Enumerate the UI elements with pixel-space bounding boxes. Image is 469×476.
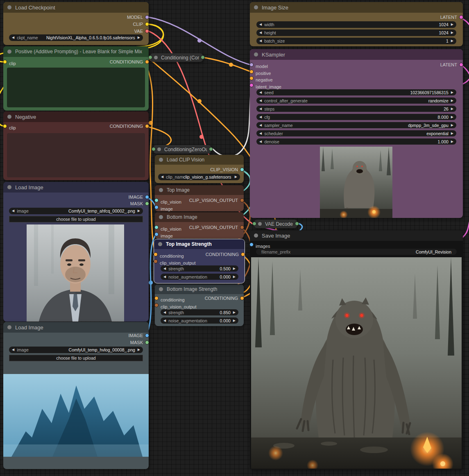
node-save-image[interactable]: Save Image images filename_prefix ComfyU… xyxy=(250,230,463,470)
latent-port-dot[interactable] xyxy=(459,63,463,67)
node-title-bar[interactable]: Bottom Image Strength xyxy=(155,284,244,294)
cfg-widget[interactable]: ◀ cfg 8.000 ▶ xyxy=(256,114,456,120)
node-load-checkpoint[interactable]: Load Checkpoint MODEL CLIP VAE ◀ ckpt_na… xyxy=(3,2,149,45)
collapse-toggle-icon[interactable] xyxy=(7,185,11,189)
node-load-clip-vision[interactable]: Load CLIP Vision CLIP_VISION ◀ clip_nam … xyxy=(155,155,244,183)
node-title-bar[interactable]: Load Image xyxy=(3,322,149,333)
conditioning-port-dot[interactable] xyxy=(145,124,149,128)
increment-arrow-icon[interactable]: ▶ xyxy=(233,309,236,315)
prompt-textarea[interactable] xyxy=(7,68,145,107)
node-title-bar[interactable]: Top Image Strength xyxy=(154,239,245,249)
strength-widget[interactable]: ◀ strength 0.500 ▶ xyxy=(161,265,238,272)
collapsed-input-dot[interactable] xyxy=(152,147,156,151)
increment-arrow-icon[interactable]: ▶ xyxy=(451,21,453,28)
prompt-textarea[interactable] xyxy=(7,133,145,177)
node-title-bar[interactable]: Top Image xyxy=(155,185,244,195)
collapse-toggle-icon[interactable] xyxy=(154,56,158,59)
collapse-toggle-icon[interactable] xyxy=(7,115,11,119)
clip-port-dot[interactable] xyxy=(3,124,7,128)
node-positive-prompt[interactable]: Positive (Additive Prompting) - Leave Bl… xyxy=(3,46,149,111)
increment-arrow-icon[interactable]: ▶ xyxy=(451,114,453,120)
image-port-dot[interactable] xyxy=(154,205,159,209)
latent-port-dot[interactable] xyxy=(459,15,463,19)
decrement-arrow-icon[interactable]: ◀ xyxy=(259,106,262,112)
conditioning-port-dot[interactable] xyxy=(249,70,254,74)
strength-widget[interactable]: ◀ strength 0.850 ▶ xyxy=(161,309,238,315)
decrement-arrow-icon[interactable]: ◀ xyxy=(259,29,262,36)
scheduler-widget[interactable]: ◀ scheduler exponential ▶ xyxy=(256,130,456,136)
decrement-arrow-icon[interactable]: ◀ xyxy=(259,89,262,95)
increment-arrow-icon[interactable]: ▶ xyxy=(451,106,453,112)
node-title-bar[interactable]: Save Image xyxy=(250,230,463,241)
image-select-widget[interactable]: ◀ image ComfyUI_temp_hvlog_00008_.png ▶ xyxy=(9,347,143,353)
decrement-arrow-icon[interactable]: ◀ xyxy=(259,38,262,44)
node-title-bar[interactable]: Negative xyxy=(3,111,149,122)
image-port-dot[interactable] xyxy=(249,243,254,247)
collapse-toggle-icon[interactable] xyxy=(254,52,258,57)
image-port-dot[interactable] xyxy=(145,195,149,199)
clip-vision-port-dot[interactable] xyxy=(240,168,244,172)
collapsed-output-dot[interactable] xyxy=(295,222,299,226)
decrement-arrow-icon[interactable]: ◀ xyxy=(259,114,262,120)
increment-arrow-icon[interactable]: ▶ xyxy=(451,89,453,95)
decrement-arrow-icon[interactable]: ◀ xyxy=(259,122,262,128)
node-title-bar[interactable]: Load Checkpoint xyxy=(3,2,149,13)
decrement-arrow-icon[interactable]: ◀ xyxy=(259,21,262,28)
steps-widget[interactable]: ◀ steps 26 ▶ xyxy=(256,106,456,112)
increment-arrow-icon[interactable]: ▶ xyxy=(138,347,140,353)
node-graph-canvas[interactable]: Load Checkpoint MODEL CLIP VAE ◀ ckpt_na… xyxy=(0,0,469,476)
node-title-bar[interactable]: Positive (Additive Prompting) - Leave Bl… xyxy=(3,46,149,57)
conditioning-port-dot[interactable] xyxy=(249,76,254,80)
collapsed-output-dot[interactable] xyxy=(201,55,205,59)
clip-vision-port-dot[interactable] xyxy=(154,198,159,202)
vae-port-dot[interactable] xyxy=(145,29,149,33)
clip-vision-output-port-dot[interactable] xyxy=(154,303,159,307)
conditioning-port-dot[interactable] xyxy=(145,60,149,64)
node-conditioning-combine[interactable]: Conditioning (Combin xyxy=(150,53,203,62)
clip-vision-output-port-dot[interactable] xyxy=(154,259,158,263)
seed-widget[interactable]: ◀ seed 1023660971586315 ▶ xyxy=(256,89,456,95)
increment-arrow-icon[interactable]: ▶ xyxy=(138,208,140,214)
decrement-arrow-icon[interactable]: ◀ xyxy=(163,309,166,315)
mask-port-dot[interactable] xyxy=(145,202,149,206)
decrement-arrow-icon[interactable]: ◀ xyxy=(12,347,14,353)
increment-arrow-icon[interactable]: ▶ xyxy=(233,274,236,280)
node-bottom-image-strength[interactable]: Bottom Image Strength conditioning clip_… xyxy=(155,284,244,326)
increment-arrow-icon[interactable]: ▶ xyxy=(451,122,453,128)
decrement-arrow-icon[interactable]: ◀ xyxy=(12,34,14,41)
node-ksampler[interactable]: KSampler model positive negative latent_… xyxy=(250,49,463,218)
model-port-dot[interactable] xyxy=(249,63,254,67)
clip-vision-output-port-dot[interactable] xyxy=(240,225,244,229)
node-title-bar[interactable]: Image Size xyxy=(250,2,463,13)
clip-name-widget[interactable]: ◀ clip_nam clip_vision_g.safetensors ▶ xyxy=(158,174,240,180)
collapse-toggle-icon[interactable] xyxy=(159,158,163,162)
collapse-toggle-icon[interactable] xyxy=(158,242,162,246)
batch-size-widget[interactable]: ◀ batch_size 1 ▶ xyxy=(256,38,456,44)
decrement-arrow-icon[interactable]: ◀ xyxy=(163,274,166,280)
decrement-arrow-icon[interactable]: ◀ xyxy=(259,97,262,104)
clip-vision-port-dot[interactable] xyxy=(154,225,159,229)
increment-arrow-icon[interactable]: ▶ xyxy=(233,265,236,272)
height-widget[interactable]: ◀ height 1024 ▶ xyxy=(256,29,456,36)
control-after-generate-widget[interactable]: ◀ control_after_generate randomize ▶ xyxy=(256,97,456,104)
ckpt-name-widget[interactable]: ◀ ckpt_name NightVisionXL_Alpha_0.6.5.0.… xyxy=(9,34,143,41)
node-bottom-image[interactable]: Bottom Image clip_vision image CLIP_VISI… xyxy=(155,212,244,238)
image-select-widget[interactable]: ◀ image ComfyUI_temp_ahfcq_00002_.png ▶ xyxy=(9,208,143,214)
image-port-dot[interactable] xyxy=(154,232,159,236)
decrement-arrow-icon[interactable]: ◀ xyxy=(259,130,262,136)
decrement-arrow-icon[interactable]: ◀ xyxy=(12,208,14,214)
choose-file-button[interactable]: choose file to upload xyxy=(9,216,143,222)
collapse-toggle-icon[interactable] xyxy=(7,325,11,329)
width-widget[interactable]: ◀ width 1024 ▶ xyxy=(256,21,456,28)
increment-arrow-icon[interactable]: ▶ xyxy=(451,38,453,44)
collapse-toggle-icon[interactable] xyxy=(159,188,163,192)
collapsed-input-dot[interactable] xyxy=(252,222,256,226)
node-load-image-1[interactable]: Load Image IMAGE MASK ◀ image ComfyUI_te… xyxy=(3,182,149,322)
collapse-toggle-icon[interactable] xyxy=(7,5,11,9)
clip-vision-output-port-dot[interactable] xyxy=(240,198,244,202)
collapse-toggle-icon[interactable] xyxy=(7,50,11,54)
conditioning-port-dot[interactable] xyxy=(241,252,245,256)
increment-arrow-icon[interactable]: ▶ xyxy=(233,317,236,324)
collapse-toggle-icon[interactable] xyxy=(159,215,163,219)
clip-port-dot[interactable] xyxy=(145,22,149,26)
